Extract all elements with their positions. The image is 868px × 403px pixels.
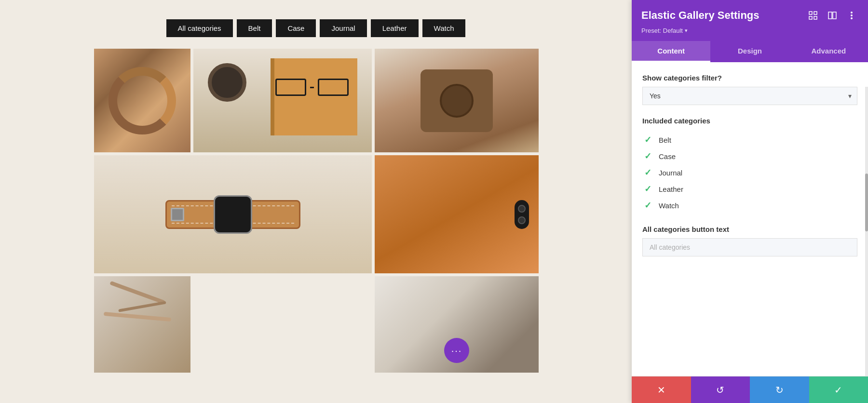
gallery-item-case[interactable] — [375, 49, 539, 152]
phone-visual — [375, 155, 539, 273]
category-item-journal: ✓ Journal — [642, 164, 857, 181]
gallery-item-belt[interactable] — [94, 49, 190, 152]
preset-label-text: Preset: Default — [641, 27, 683, 34]
category-name-journal[interactable]: Journal — [659, 169, 682, 177]
all-categories-field-label: All categories button text — [642, 225, 857, 233]
category-name-leather[interactable]: Leather — [659, 185, 683, 193]
journal-bg — [193, 49, 372, 152]
watch-visual — [94, 155, 372, 273]
phone-camera-shape — [515, 200, 529, 229]
panel-header-icons — [806, 9, 858, 22]
filter-btn-belt[interactable]: Belt — [237, 19, 272, 37]
camera-lens-1 — [518, 205, 526, 213]
watch-band-shape — [165, 200, 300, 229]
three-dots-icon: ··· — [451, 346, 462, 355]
redo-button[interactable]: ↻ — [750, 376, 809, 403]
gallery-item-watch-tools[interactable]: ··· — [375, 276, 539, 373]
panel-header-top: Elastic Gallery Settings — [641, 9, 858, 22]
gallery-item-journal[interactable] — [193, 49, 372, 152]
three-dots-button[interactable]: ··· — [444, 338, 469, 363]
columns-icon[interactable] — [826, 9, 839, 22]
gallery-grid: ··· — [94, 49, 538, 373]
filter-btn-all[interactable]: All categories — [166, 19, 233, 37]
settings-panel: Elastic Gallery Settings — [632, 0, 868, 403]
save-button[interactable]: ✓ — [809, 376, 868, 403]
camera-lens-2 — [518, 216, 526, 224]
canvas-area: All categories Belt Case Journal Leather… — [0, 0, 632, 403]
camera-case-shape — [420, 69, 493, 132]
svg-point-6 — [851, 12, 853, 13]
svg-rect-3 — [814, 16, 817, 19]
belt-coil-shape — [108, 67, 176, 134]
expand-icon[interactable] — [806, 9, 820, 22]
preset-selector[interactable]: Preset: Default ▾ — [641, 27, 858, 34]
svg-rect-4 — [828, 12, 832, 19]
show-categories-label: Show categories filter? — [642, 74, 857, 82]
redo-icon: ↻ — [775, 384, 784, 396]
watch-face-shape — [214, 195, 252, 234]
filter-btn-watch[interactable]: Watch — [422, 19, 466, 37]
case-bg — [375, 49, 539, 152]
undo-button[interactable]: ↺ — [691, 376, 750, 403]
check-icon-case: ✓ — [642, 151, 653, 161]
svg-rect-5 — [833, 12, 836, 19]
svg-rect-2 — [809, 16, 812, 19]
svg-point-7 — [851, 14, 853, 16]
category-item-case: ✓ Case — [642, 148, 857, 164]
undo-icon: ↺ — [716, 384, 724, 396]
tab-advanced[interactable]: Advanced — [789, 41, 868, 62]
check-icon-belt: ✓ — [642, 134, 653, 145]
check-icon-watch: ✓ — [642, 200, 653, 211]
panel-actions: ✕ ↺ ↻ ✓ — [632, 376, 868, 403]
gallery-item-tools[interactable] — [94, 276, 190, 373]
key-3 — [104, 312, 171, 322]
cancel-button[interactable]: ✕ — [632, 376, 691, 403]
check-icon-journal: ✓ — [642, 167, 653, 178]
panel-tabs: Content Design Advanced — [632, 41, 868, 62]
show-categories-select-wrapper: Yes No ▾ — [642, 87, 857, 105]
tab-design[interactable]: Design — [710, 41, 789, 62]
category-item-belt: ✓ Belt — [642, 132, 857, 148]
scrollbar-thumb[interactable] — [865, 174, 868, 231]
check-icon-leather: ✓ — [642, 184, 653, 194]
tools-bg — [94, 276, 190, 373]
more-options-icon[interactable] — [845, 9, 858, 22]
panel-header: Elastic Gallery Settings — [632, 0, 868, 41]
key-1 — [109, 281, 165, 305]
category-name-watch[interactable]: Watch — [659, 202, 679, 210]
filter-bar: All categories Belt Case Journal Leather… — [166, 19, 466, 37]
all-categories-input[interactable] — [642, 238, 857, 256]
belt-visual — [94, 49, 190, 152]
filter-btn-leather[interactable]: Leather — [371, 19, 419, 37]
svg-rect-1 — [814, 12, 817, 14]
category-item-watch: ✓ Watch — [642, 197, 857, 214]
scrollbar-track — [865, 87, 868, 376]
preset-arrow-icon: ▾ — [685, 27, 688, 34]
glasses-shape — [275, 78, 353, 97]
panel-body: Show categories filter? Yes No ▾ Include… — [632, 62, 868, 376]
svg-point-8 — [851, 17, 853, 19]
coffee-cup-shape — [208, 63, 246, 102]
show-categories-select[interactable]: Yes No — [642, 87, 857, 105]
save-icon: ✓ — [834, 384, 842, 396]
gallery-item-leather-phone[interactable] — [375, 155, 539, 273]
watch-bg — [94, 155, 372, 273]
phone-back-shape — [375, 155, 539, 273]
filter-btn-case[interactable]: Case — [276, 19, 316, 37]
category-name-case[interactable]: Case — [659, 152, 676, 161]
gallery-item-watch[interactable] — [94, 155, 372, 273]
panel-title: Elastic Gallery Settings — [641, 9, 760, 22]
category-item-leather: ✓ Leather — [642, 181, 857, 197]
key-2 — [118, 301, 166, 312]
journal-book-shape — [271, 58, 357, 135]
filter-btn-journal[interactable]: Journal — [320, 19, 366, 37]
included-categories-label: Included categories — [642, 117, 857, 125]
svg-rect-0 — [809, 12, 812, 14]
categories-list: ✓ Belt ✓ Case ✓ Journal ✓ Leather ✓ Watc… — [642, 132, 857, 214]
tab-content[interactable]: Content — [632, 41, 710, 62]
category-name-belt[interactable]: Belt — [659, 136, 671, 144]
cancel-icon: ✕ — [657, 384, 665, 396]
